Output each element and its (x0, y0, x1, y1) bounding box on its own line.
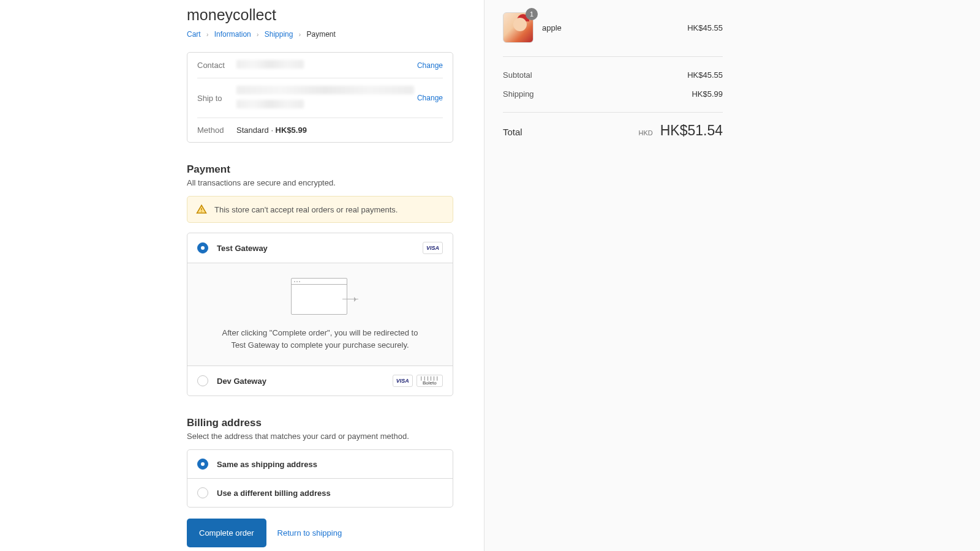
subtotal-row: Subtotal HK$45.55 (503, 66, 723, 84)
billing-option-different[interactable]: Use a different billing address (187, 479, 453, 507)
billing-option-label: Same as shipping address (217, 460, 443, 469)
billing-subtitle: Select the address that matches your car… (187, 432, 453, 441)
payment-subtitle: All transactions are secure and encrypte… (187, 178, 453, 187)
payment-option-label: Dev Gateway (217, 377, 393, 386)
breadcrumb-cart[interactable]: Cart (187, 30, 201, 39)
shipping-value: HK$5.99 (692, 89, 723, 99)
subtotal-label: Subtotal (503, 70, 532, 80)
payment-option-brands: VISA |||||| Boleto (393, 375, 443, 387)
return-to-shipping-link[interactable]: Return to shipping (277, 528, 342, 538)
cart-line-item: 1 apple HK$45.55 (503, 12, 723, 57)
payment-title: Payment (187, 163, 453, 176)
change-contact-link[interactable]: Change (417, 61, 443, 70)
warning-icon (196, 204, 207, 215)
review-shipto-label: Ship to (197, 94, 236, 103)
payment-option-test-gateway[interactable]: Test Gateway VISA (187, 233, 453, 263)
payment-option-brands: VISA (423, 242, 443, 254)
review-method-label: Method (197, 126, 236, 135)
shipping-row: Shipping HK$5.99 (503, 84, 723, 103)
notice-text: This store can't accept real orders or r… (214, 205, 398, 214)
review-shipto-value (236, 86, 417, 110)
visa-icon: VISA (393, 375, 413, 387)
svg-point-1 (201, 211, 202, 212)
product-price: HK$45.55 (687, 23, 723, 32)
payment-option-body: After clicking "Complete order", you wil… (187, 263, 453, 366)
radio-unselected-icon (197, 487, 208, 498)
subtotal-value: HK$45.55 (687, 70, 723, 80)
quantity-badge: 1 (526, 8, 538, 20)
breadcrumb-information[interactable]: Information (214, 30, 251, 39)
review-contact-row: Contact Change (197, 53, 443, 78)
product-name: apple (542, 23, 679, 32)
breadcrumb: Cart › Information › Shipping › Payment (187, 30, 453, 39)
chevron-right-icon: › (257, 31, 258, 38)
review-method-value: Standard · HK$5.99 (236, 126, 443, 135)
shipping-label: Shipping (503, 89, 534, 99)
store-title: moneycollect (187, 6, 453, 24)
billing-option-same[interactable]: Same as shipping address (187, 450, 453, 479)
total-currency: HKD (639, 129, 653, 137)
boleto-icon: |||||| Boleto (417, 375, 443, 387)
payment-methods-card: Test Gateway VISA After clicking "Comple… (187, 233, 453, 396)
total-row: Total HKD HK$51.54 (503, 113, 723, 139)
test-mode-notice: This store can't accept real orders or r… (187, 196, 453, 223)
billing-options-card: Same as shipping address Use a different… (187, 449, 453, 508)
review-method-row: Method Standard · HK$5.99 (197, 118, 443, 142)
payment-option-dev-gateway[interactable]: Dev Gateway VISA |||||| Boleto (187, 366, 453, 395)
review-card: Contact Change Ship to Change Method Sta… (187, 52, 453, 143)
chevron-right-icon: › (299, 31, 301, 38)
product-thumbnail: 1 (503, 12, 533, 43)
breadcrumb-payment: Payment (307, 30, 336, 39)
redirect-illustration-icon (291, 278, 350, 316)
radio-unselected-icon (197, 375, 208, 386)
review-shipto-row: Ship to Change (197, 78, 443, 118)
redirect-text: After clicking "Complete order", you wil… (222, 327, 418, 351)
review-contact-label: Contact (197, 61, 236, 70)
visa-icon: VISA (423, 242, 443, 254)
radio-selected-icon (197, 242, 208, 253)
billing-title: Billing address (187, 417, 453, 429)
radio-selected-icon (197, 459, 208, 470)
payment-option-label: Test Gateway (217, 244, 423, 253)
complete-order-button[interactable]: Complete order (187, 519, 266, 547)
total-label: Total (503, 127, 522, 137)
change-shipto-link[interactable]: Change (417, 94, 443, 102)
billing-option-label: Use a different billing address (217, 489, 443, 498)
total-amount: HK$51.54 (660, 122, 723, 138)
breadcrumb-shipping[interactable]: Shipping (265, 30, 293, 39)
chevron-right-icon: › (206, 31, 208, 38)
review-contact-value (236, 60, 417, 70)
